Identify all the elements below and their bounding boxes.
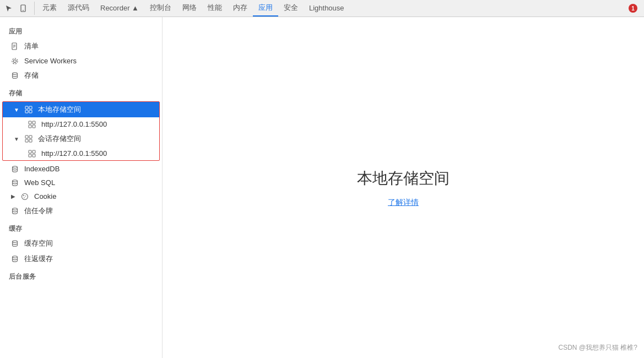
- toolbar-tab-安全[interactable]: 安全: [278, 0, 304, 17]
- sidebar-item-local-storage-url[interactable]: http://127.0.0.1:5500: [3, 117, 159, 131]
- content-title: 本地存储空间: [357, 168, 450, 189]
- toolbar-tabs: 元素源代码Recorder ▲控制台网络性能内存应用安全Lighthouse: [37, 0, 624, 17]
- grid-icon-local-url: [28, 121, 37, 128]
- svg-rect-16: [33, 125, 35, 128]
- svg-point-27: [22, 193, 28, 199]
- indexeddb-label: IndexedDB: [24, 165, 59, 173]
- svg-rect-24: [33, 154, 35, 157]
- toolbar-tab-网络[interactable]: 网络: [177, 0, 202, 17]
- cookie-icon: [21, 193, 30, 200]
- toolbar-tab-源代码[interactable]: 源代码: [62, 0, 95, 17]
- svg-point-28: [23, 195, 24, 196]
- toolbar-tab-lighthouse[interactable]: Lighthouse: [304, 0, 350, 17]
- svg-point-7: [12, 58, 18, 64]
- svg-rect-17: [25, 135, 28, 138]
- svg-point-32: [13, 241, 18, 243]
- toolbar-tab-元素[interactable]: 元素: [37, 0, 62, 17]
- svg-point-8: [13, 73, 18, 75]
- svg-rect-10: [29, 106, 32, 109]
- db-icon-trust: [11, 207, 20, 215]
- section-app: 应用: [0, 21, 162, 39]
- sidebar-item-service-workers[interactable]: Service Workers: [0, 54, 162, 68]
- svg-point-30: [24, 197, 25, 198]
- cursor-icon[interactable]: [2, 2, 15, 15]
- sidebar-item-session-storage-url[interactable]: http://127.0.0.1:5500: [3, 147, 159, 160]
- toolbar-tab-控制台[interactable]: 控制台: [144, 0, 177, 17]
- toolbar-icons: [2, 2, 35, 15]
- svg-point-33: [13, 256, 18, 258]
- svg-rect-13: [29, 121, 31, 124]
- expand-arrow-cookie: ▶: [11, 193, 15, 199]
- sidebar-item-cookie[interactable]: ▶ Cookie: [0, 189, 162, 203]
- content-center: 本地存储空间 了解详情: [357, 168, 450, 208]
- toolbar: 元素源代码Recorder ▲控制台网络性能内存应用安全Lighthouse 1: [0, 0, 644, 17]
- svg-rect-22: [33, 150, 35, 153]
- svg-point-26: [13, 180, 18, 182]
- svg-rect-11: [25, 110, 28, 113]
- sidebar-item-back-forward-cache[interactable]: 往返缓存: [0, 251, 162, 267]
- sidebar-item-trust-tokens[interactable]: 信任令牌: [0, 203, 162, 219]
- file-icon: [11, 42, 20, 50]
- local-storage-url-label: http://127.0.0.1:5500: [41, 120, 107, 128]
- db-icon-storage: [11, 72, 20, 79]
- grid-icon-session: [25, 135, 34, 143]
- svg-rect-15: [29, 125, 31, 128]
- sidebar-item-local-storage[interactable]: ▼ 本地存储空间: [3, 102, 159, 117]
- local-storage-label: 本地存储空间: [38, 105, 81, 115]
- sidebar-item-storage-app[interactable]: 存储: [0, 68, 162, 83]
- service-workers-label: Service Workers: [24, 57, 77, 65]
- svg-rect-21: [29, 150, 31, 153]
- svg-rect-9: [25, 106, 28, 109]
- mobile-icon[interactable]: [17, 2, 30, 15]
- main-layout: 应用 清单 Service Workers: [0, 17, 644, 358]
- db-icon-websql: [11, 179, 20, 187]
- session-storage-url-label: http://127.0.0.1:5500: [41, 149, 107, 158]
- toolbar-tab-应用[interactable]: 应用: [253, 0, 278, 17]
- sidebar-item-websql[interactable]: Web SQL: [0, 176, 162, 189]
- svg-rect-23: [29, 154, 31, 157]
- section-cache: 缓存: [0, 219, 162, 236]
- trust-tokens-label: 信任令牌: [24, 206, 53, 216]
- session-storage-label: 会话存储空间: [38, 134, 81, 144]
- toolbar-tab-性能[interactable]: 性能: [202, 0, 228, 17]
- sidebar-item-indexeddb[interactable]: IndexedDB: [0, 162, 162, 176]
- expand-arrow-session: ▼: [14, 136, 19, 142]
- svg-point-29: [25, 196, 26, 197]
- svg-point-31: [13, 208, 18, 210]
- storage-app-label: 存储: [24, 70, 39, 80]
- error-badge: 1: [629, 4, 637, 13]
- sidebar-item-manifest[interactable]: 清单: [0, 39, 162, 54]
- sidebar-item-cache-storage[interactable]: 缓存空间: [0, 236, 162, 251]
- svg-rect-18: [29, 135, 32, 138]
- gear-icon: [11, 57, 20, 65]
- websql-label: Web SQL: [24, 178, 55, 187]
- svg-point-25: [13, 166, 18, 168]
- svg-rect-19: [25, 139, 28, 142]
- section-storage: 存储: [0, 83, 162, 100]
- content-area: 本地存储空间 了解详情 CSDN @我想养只猫 椎椎?: [163, 17, 644, 358]
- storage-group: ▼ 本地存储空间: [2, 101, 160, 161]
- toolbar-tab-recorder-▲[interactable]: Recorder ▲: [95, 0, 144, 17]
- sidebar-item-session-storage[interactable]: ▼ 会话存储空间: [3, 131, 159, 147]
- db-icon-indexed: [11, 165, 20, 173]
- bfcache-label: 往返缓存: [24, 254, 53, 264]
- cookie-label: Cookie: [34, 192, 56, 200]
- cache-storage-label: 缓存空间: [24, 238, 53, 248]
- db-icon-cache: [11, 240, 20, 247]
- grid-icon-local: [25, 106, 34, 113]
- svg-rect-14: [33, 121, 35, 124]
- svg-rect-20: [29, 139, 32, 142]
- sidebar: 应用 清单 Service Workers: [0, 17, 163, 358]
- grid-icon-session-url: [28, 150, 37, 158]
- watermark: CSDN @我想养只猫 椎椎?: [558, 343, 637, 352]
- expand-arrow-local: ▼: [14, 107, 19, 113]
- toolbar-error: 1: [624, 4, 642, 13]
- svg-point-6: [14, 59, 17, 62]
- db-icon-bfcache: [11, 255, 20, 263]
- manifest-label: 清单: [24, 41, 39, 51]
- toolbar-tab-内存[interactable]: 内存: [228, 0, 253, 17]
- svg-rect-12: [29, 110, 32, 113]
- section-bg: 后台服务: [0, 267, 162, 284]
- learn-more-link[interactable]: 了解详情: [388, 198, 419, 208]
